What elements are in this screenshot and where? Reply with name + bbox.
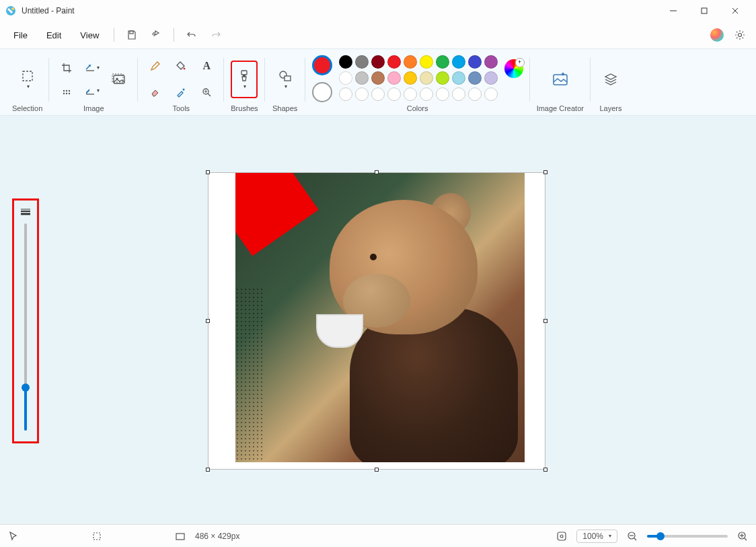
zoom-level-dropdown[interactable]: 100% ▾ [576, 530, 617, 543]
brushes-button[interactable]: ▾ [231, 61, 258, 98]
color-swatch[interactable] [339, 71, 352, 85]
color-swatch[interactable] [484, 55, 498, 69]
color-swatch[interactable] [355, 71, 369, 85]
color-swatch[interactable] [436, 55, 449, 69]
layers-button[interactable] [597, 61, 624, 98]
color-swatch-empty[interactable] [387, 87, 401, 101]
color-picker-tool[interactable] [170, 82, 192, 102]
svg-rect-34 [558, 532, 566, 540]
resize-handle[interactable] [375, 170, 379, 174]
crop-button[interactable] [56, 58, 77, 78]
minimize-button[interactable] [658, 0, 689, 22]
ribbon-group-layers: Layers [591, 51, 631, 115]
color-swatch-empty[interactable] [436, 87, 449, 101]
color-swatch[interactable] [452, 71, 465, 85]
color-swatch[interactable] [436, 71, 449, 85]
color-swatch[interactable] [420, 71, 433, 85]
rotate-button[interactable] [56, 81, 77, 101]
svg-rect-28 [554, 75, 567, 85]
fill-tool[interactable] [170, 56, 192, 76]
text-tool[interactable]: A [196, 56, 217, 76]
canvas[interactable] [209, 173, 545, 469]
ribbon-label-colors: Colors [407, 104, 428, 115]
color-1[interactable] [312, 55, 332, 75]
color-swatch[interactable] [387, 71, 401, 85]
color-swatch[interactable] [404, 71, 417, 85]
save-button[interactable] [121, 24, 143, 46]
image-creator-button[interactable] [541, 61, 579, 98]
canvas-size-icon [175, 531, 186, 542]
svg-point-16 [66, 92, 67, 94]
undo-button[interactable] [181, 24, 202, 46]
color-swatch-empty[interactable] [484, 87, 498, 101]
color-swatch[interactable] [452, 55, 465, 69]
shapes-button[interactable]: ▾ [272, 61, 299, 98]
image-select-button[interactable] [107, 61, 131, 98]
pencil-tool[interactable] [145, 56, 166, 76]
status-bar: 486 × 429px 100% ▾ [0, 524, 756, 547]
ribbon-group-tools: A Tools [138, 51, 224, 115]
fit-screen-icon[interactable] [556, 531, 567, 542]
eraser-tool[interactable] [145, 82, 166, 102]
resize-handle[interactable] [543, 170, 547, 174]
color-swatch[interactable] [339, 55, 352, 69]
resize-handle[interactable] [543, 319, 547, 323]
resize-handle[interactable] [206, 319, 210, 323]
color-swatch[interactable] [420, 55, 433, 69]
ribbon-group-colors: Colors [305, 51, 530, 115]
color-swatch[interactable] [404, 55, 417, 69]
resize-button[interactable]: ▾ [81, 58, 103, 78]
share-button[interactable] [145, 24, 167, 46]
color-swatch[interactable] [371, 71, 385, 85]
canvas-image [235, 173, 525, 462]
svg-point-18 [184, 68, 186, 70]
svg-point-19 [183, 88, 185, 90]
redo-button[interactable] [205, 24, 227, 46]
ribbon-label-layers: Layers [599, 104, 621, 115]
color-swatch-empty[interactable] [468, 87, 482, 101]
selection-tool[interactable]: ▾ [14, 61, 41, 98]
resize-handle[interactable] [543, 468, 547, 472]
close-button[interactable] [720, 0, 751, 22]
svg-rect-8 [23, 71, 32, 81]
ribbon-group-selection: ▾ Selection [5, 51, 49, 115]
color-swatch-empty[interactable] [355, 87, 369, 101]
brush-size-thumb[interactable] [22, 384, 30, 392]
color-swatch[interactable] [387, 55, 401, 69]
color-swatch-empty[interactable] [371, 87, 385, 101]
resize-handle[interactable] [206, 170, 210, 174]
color-swatch[interactable] [468, 71, 482, 85]
workspace [0, 116, 756, 524]
resize-handle[interactable] [375, 468, 379, 472]
color-swatch[interactable] [355, 55, 369, 69]
menu-view[interactable]: View [72, 26, 107, 44]
brush-size-slider[interactable] [24, 223, 27, 431]
menu-file[interactable]: File [5, 26, 36, 44]
svg-point-13 [66, 89, 67, 91]
brush-size-icon [20, 209, 31, 215]
zoom-slider[interactable] [647, 535, 728, 538]
zoom-slider-thumb[interactable] [656, 532, 665, 540]
color-swatch-empty[interactable] [339, 87, 352, 101]
maximize-button[interactable] [689, 0, 720, 22]
copilot-icon[interactable] [710, 28, 724, 42]
zoom-in-button[interactable] [737, 531, 748, 542]
ribbon-group-image: ▾ ▾ Image [49, 51, 138, 115]
color-swatch[interactable] [484, 71, 498, 85]
edit-colors-button[interactable] [504, 59, 523, 78]
chevron-down-icon: ▾ [609, 533, 611, 539]
color-swatch-empty[interactable] [452, 87, 465, 101]
color-swatch-empty[interactable] [404, 87, 417, 101]
color-swatch[interactable] [468, 55, 482, 69]
settings-button[interactable] [729, 24, 751, 46]
resize-handle[interactable] [206, 468, 210, 472]
zoom-out-button[interactable] [627, 531, 638, 542]
ribbon-group-brushes: ▾ Brushes [224, 51, 264, 115]
color-2[interactable] [312, 82, 332, 102]
flip-button[interactable]: ▾ [81, 81, 103, 101]
color-swatch-empty[interactable] [420, 87, 433, 101]
magnifier-tool[interactable] [196, 82, 217, 102]
ribbon-group-image-creator: Image Creator [530, 51, 591, 115]
menu-edit[interactable]: Edit [38, 26, 69, 44]
color-swatch[interactable] [371, 55, 385, 69]
